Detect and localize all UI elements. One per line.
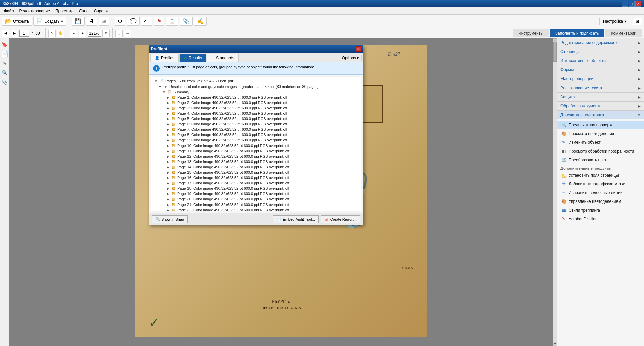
tree-check-item[interactable]: ▼ ● Resolution of color and grayscale im… (153, 84, 359, 89)
panel-section-editing-header[interactable]: Редактирование содержимого ▶ (557, 38, 644, 47)
open-button[interactable]: 📂 Открыть (2, 17, 32, 26)
hand-tool-button[interactable]: ✋ (57, 30, 64, 37)
tree-page-item[interactable]: ▶ 🖼 Page 14: Color image 490.32x623.52 p… (153, 164, 359, 170)
tree-page-expand[interactable]: ▶ (166, 122, 170, 126)
tree-page-item[interactable]: ▶ 🖼 Page 21: Color image 490.32x623.52 p… (153, 202, 359, 207)
next-page-button[interactable]: ▶ (11, 30, 18, 37)
tree-summary-expand[interactable]: ▼ (162, 90, 166, 94)
tree-page-expand[interactable]: ▶ (166, 111, 170, 115)
zoom-arrow-button[interactable]: ▾ (102, 30, 110, 37)
panel-section-interactive-header[interactable]: Интерактивные объекты ▶ (557, 56, 644, 65)
maximize-button[interactable]: □ (629, 1, 635, 7)
zoom-out-button[interactable]: − (70, 30, 77, 37)
tree-page-expand[interactable]: ▶ (166, 95, 170, 99)
panel-section-prepress-header[interactable]: Допечатная подготовка ▼ (557, 111, 644, 119)
zoom-input[interactable] (88, 30, 101, 37)
preflight-tab-results[interactable]: ✔ Results (179, 54, 206, 62)
menu-help[interactable]: Справка (91, 8, 112, 14)
panel-item-distiller[interactable]: Ac Acrobat Distiller (557, 215, 644, 223)
create-report-button[interactable]: 📊 Create Report... (321, 215, 360, 223)
tree-page-item[interactable]: ▶ 🖼 Page 5: Color image 490.32x623.52 pt… (153, 116, 359, 121)
tree-page-item[interactable]: ▶ 🖼 Page 12: Color image 490.32x623.52 p… (153, 154, 359, 159)
toolbar-settings-button[interactable]: ⚙ (115, 17, 125, 26)
panel-item-transparency[interactable]: ◧ Просмотр обработки прозрачности (557, 147, 644, 156)
tree-page-item[interactable]: ▶ 🖼 Page 11: Color image 490.32x623.52 p… (153, 148, 359, 154)
panel-section-forms-header[interactable]: Формы ▶ (557, 65, 644, 74)
tree-page-expand[interactable]: ▶ (166, 208, 170, 211)
tree-page-item[interactable]: ▶ 🖼 Page 7: Color image 490.32x623.52 pt… (153, 127, 359, 132)
tree-page-expand[interactable]: ▶ (166, 203, 170, 207)
tree-root-expand[interactable]: ▼ (154, 79, 158, 83)
tab-comments[interactable]: Комментарии (605, 29, 642, 37)
tree-page-expand[interactable]: ▶ (166, 127, 170, 131)
toolbar-comment-button[interactable]: 💬 (127, 17, 140, 26)
tree-page-expand[interactable]: ▶ (166, 143, 170, 148)
toolbar-send-button[interactable]: ✉ (99, 17, 109, 26)
toolbar-flag-button[interactable]: ⚑ (154, 17, 164, 26)
tab-fill-sign[interactable]: Заполнить и подписать (550, 29, 605, 37)
tree-page-expand[interactable]: ▶ (166, 192, 170, 196)
embed-audit-button[interactable]: 📄 Embed Audit Trail... (273, 215, 318, 223)
panel-item-typo-marks[interactable]: ✚ Добавить типографские метки (557, 180, 644, 188)
preflight-options-button[interactable]: Options ▾ (339, 55, 362, 61)
tree-check-expand[interactable]: ▼ (158, 84, 162, 89)
prev-page-button[interactable]: ◀ (2, 30, 9, 37)
panel-item-page-margins[interactable]: 📐 Установить поля страницы (557, 171, 644, 180)
tree-page-item[interactable]: ▶ 🖼 Page 4: Color image 490.32x623.52 pt… (153, 111, 359, 116)
sidebar-pages-icon[interactable]: 📄 (1, 50, 8, 58)
tree-page-item[interactable]: ▶ 🖼 Page 6: Color image 490.32x623.52 pt… (153, 121, 359, 127)
tree-page-expand[interactable]: ▶ (166, 186, 170, 190)
panel-section-security-header[interactable]: Защита ▶ (557, 93, 644, 101)
sidebar-attach-icon[interactable]: 📎 (1, 78, 8, 86)
toolbar-save-button[interactable]: 💾 (72, 17, 85, 26)
tree-page-expand[interactable]: ▶ (166, 154, 170, 158)
tree-page-item[interactable]: ▶ 🖼 Page 19: Color image 490.32x623.52 p… (153, 191, 359, 196)
panel-item-color-sep-view[interactable]: 🎨 Просмотр цветоделения (557, 129, 644, 138)
tree-page-expand[interactable]: ▶ (166, 176, 170, 180)
select-tool-button[interactable]: ↖ (48, 30, 56, 37)
panel-section-ocr-header[interactable]: Распознавание текста ▶ (557, 83, 644, 92)
tab-tools[interactable]: Инструменты (513, 29, 549, 37)
panel-section-pages-header[interactable]: Страницы ▶ (557, 47, 644, 56)
tree-summary-item[interactable]: ▼ 📋 Summary (153, 89, 359, 95)
panel-item-color-manage[interactable]: 🎨 Управление цветоделением (557, 197, 644, 206)
panel-item-trapping[interactable]: ▦ Стили треппинга (557, 206, 644, 215)
minimize-button[interactable]: — (622, 1, 628, 7)
fit-page-button[interactable]: ⊡ (115, 30, 123, 37)
menu-file[interactable]: Файл (1, 8, 17, 14)
preflight-close-button[interactable]: ✕ (356, 46, 361, 52)
tree-page-expand[interactable]: ▶ (166, 117, 170, 121)
tree-page-item[interactable]: ▶ 🖼 Page 22: Color image 490.32x623.52 p… (153, 207, 359, 211)
tree-page-expand[interactable]: ▶ (166, 165, 170, 169)
tree-page-item[interactable]: ▶ 🖼 Page 2: Color image 490.32x623.52 pt… (153, 100, 359, 105)
tree-page-expand[interactable]: ▶ (166, 106, 170, 110)
panel-item-convert-colors[interactable]: 🔄 Преобразовать цвета (557, 156, 644, 164)
tree-page-expand[interactable]: ▶ (166, 181, 170, 185)
toolbar-print-button[interactable]: 🖨 (86, 17, 97, 26)
preflight-tab-profiles[interactable]: 👤 Profiles (150, 54, 179, 62)
sidebar-bookmark-icon[interactable]: 🔖 (1, 41, 8, 48)
tree-page-item[interactable]: ▶ 🖼 Page 15: Color image 490.32x623.52 p… (153, 170, 359, 175)
tree-page-item[interactable]: ▶ 🖼 Page 17: Color image 490.32x623.52 p… (153, 180, 359, 186)
acrobat-settings-button[interactable]: Настройка ▾ (599, 18, 630, 25)
toolbar-attach-button[interactable]: 📎 (180, 17, 193, 26)
fit-width-button[interactable]: ↔ (124, 30, 131, 37)
tree-page-item[interactable]: ▶ 🖼 Page 8: Color image 490.32x623.52 pt… (153, 132, 359, 137)
menu-window[interactable]: Окно (76, 8, 91, 14)
tree-page-expand[interactable]: ▶ (166, 138, 170, 142)
close-button[interactable]: ✕ (635, 1, 641, 7)
tree-page-expand[interactable]: ▶ (166, 101, 170, 105)
tree-page-item[interactable]: ▶ 🖼 Page 16: Color image 490.32x623.52 p… (153, 175, 359, 180)
scroll-down-arrow[interactable]: ▼ (553, 342, 557, 346)
pdf-area[interactable]: Б. 427 ЖЕНЬЕ РЫБЫ 🎣🐟 РБУРГЪ. ЩЕСТВЕННАЯ … (9, 38, 553, 346)
create-button[interactable]: 📄 Создать ▾ (33, 17, 66, 26)
sidebar-search-icon[interactable]: 🔍 (1, 69, 8, 76)
panel-item-hairlines[interactable]: 〰 Исправить волосяные линии (557, 188, 644, 197)
tree-page-item[interactable]: ▶ 🖼 Page 3: Color image 490.32x623.52 pt… (153, 105, 359, 111)
show-in-snap-button[interactable]: 🔍 Show in Snap (152, 215, 188, 223)
tree-page-expand[interactable]: ▶ (166, 170, 170, 174)
tree-page-expand[interactable]: ▶ (166, 149, 170, 153)
preflight-tab-standards[interactable]: ⊕ Standards (207, 54, 239, 62)
expand-button[interactable]: ⊞ (633, 18, 642, 25)
tree-page-item[interactable]: ▶ 🖼 Page 1: Color image 490.32x623.52 pt… (153, 95, 359, 100)
